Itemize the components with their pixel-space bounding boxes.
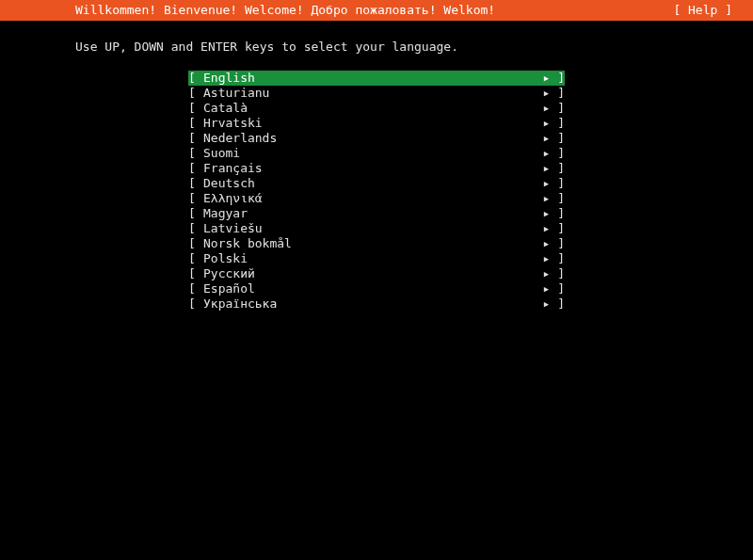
left-bracket: [: [188, 281, 203, 296]
instruction-text: Use UP, DOWN and ENTER keys to select yo…: [0, 21, 753, 54]
language-label: Ελληνικά: [203, 191, 538, 206]
language-label: Suomi: [203, 146, 538, 161]
language-label: Українська: [203, 296, 538, 312]
submenu-arrow-icon: ▸ ]: [538, 101, 565, 116]
left-bracket: [: [188, 251, 203, 266]
left-bracket: [: [188, 146, 203, 161]
language-option[interactable]: [ Suomi▸ ]: [188, 146, 565, 161]
language-label: English: [203, 71, 538, 86]
submenu-arrow-icon: ▸ ]: [538, 131, 565, 146]
left-bracket: [: [188, 296, 203, 312]
left-bracket: [: [188, 131, 203, 146]
submenu-arrow-icon: ▸ ]: [538, 191, 565, 206]
left-bracket: [: [188, 191, 203, 206]
header-bar: Willkommen! Bienvenue! Welcome! Добро по…: [0, 0, 753, 21]
submenu-arrow-icon: ▸ ]: [538, 146, 565, 161]
language-label: Polski: [203, 251, 538, 266]
language-option[interactable]: [ English▸ ]: [188, 71, 565, 86]
language-label: Latviešu: [203, 221, 538, 236]
submenu-arrow-icon: ▸ ]: [538, 236, 565, 251]
left-bracket: [: [188, 116, 203, 131]
language-label: Hrvatski: [203, 116, 538, 131]
left-bracket: [: [188, 221, 203, 236]
language-option[interactable]: [ Asturianu▸ ]: [188, 86, 565, 101]
left-bracket: [: [188, 266, 203, 281]
language-label: Español: [203, 281, 538, 296]
submenu-arrow-icon: ▸ ]: [538, 116, 565, 131]
submenu-arrow-icon: ▸ ]: [538, 71, 565, 86]
language-option[interactable]: [ Hrvatski▸ ]: [188, 116, 565, 131]
language-option[interactable]: [ Ελληνικά▸ ]: [188, 191, 565, 206]
language-option[interactable]: [ Español▸ ]: [188, 281, 565, 296]
left-bracket: [: [188, 206, 203, 221]
language-option[interactable]: [ Deutsch▸ ]: [188, 176, 565, 191]
language-option[interactable]: [ Latviešu▸ ]: [188, 221, 565, 236]
language-option[interactable]: [ Français▸ ]: [188, 161, 565, 176]
language-option[interactable]: [ Українська▸ ]: [188, 296, 565, 312]
submenu-arrow-icon: ▸ ]: [538, 221, 565, 236]
language-label: Русский: [203, 266, 538, 281]
submenu-arrow-icon: ▸ ]: [538, 206, 565, 221]
language-label: Nederlands: [203, 131, 538, 146]
language-label: Norsk bokmål: [203, 236, 538, 251]
language-label: Français: [203, 161, 538, 176]
submenu-arrow-icon: ▸ ]: [538, 296, 565, 312]
language-option[interactable]: [ Magyar▸ ]: [188, 206, 565, 221]
submenu-arrow-icon: ▸ ]: [538, 281, 565, 296]
language-label: Asturianu: [203, 86, 538, 101]
help-button[interactable]: [ Help ]: [673, 0, 732, 21]
left-bracket: [: [188, 86, 203, 101]
submenu-arrow-icon: ▸ ]: [538, 251, 565, 266]
left-bracket: [: [188, 176, 203, 191]
left-bracket: [: [188, 101, 203, 116]
language-label: Català: [203, 101, 538, 116]
welcome-title: Willkommen! Bienvenue! Welcome! Добро по…: [75, 0, 495, 21]
left-bracket: [: [188, 71, 203, 86]
submenu-arrow-icon: ▸ ]: [538, 176, 565, 191]
language-option[interactable]: [ Norsk bokmål▸ ]: [188, 236, 565, 251]
language-option[interactable]: [ Català▸ ]: [188, 101, 565, 116]
submenu-arrow-icon: ▸ ]: [538, 86, 565, 101]
language-option[interactable]: [ Polski▸ ]: [188, 251, 565, 266]
language-option[interactable]: [ Русский▸ ]: [188, 266, 565, 281]
language-option[interactable]: [ Nederlands▸ ]: [188, 131, 565, 146]
submenu-arrow-icon: ▸ ]: [538, 266, 565, 281]
language-label: Deutsch: [203, 176, 538, 191]
language-list[interactable]: [ English▸ ][ Asturianu▸ ][ Català▸ ][ H…: [188, 71, 753, 312]
left-bracket: [: [188, 161, 203, 176]
submenu-arrow-icon: ▸ ]: [538, 161, 565, 176]
language-label: Magyar: [203, 206, 538, 221]
left-bracket: [: [188, 236, 203, 251]
